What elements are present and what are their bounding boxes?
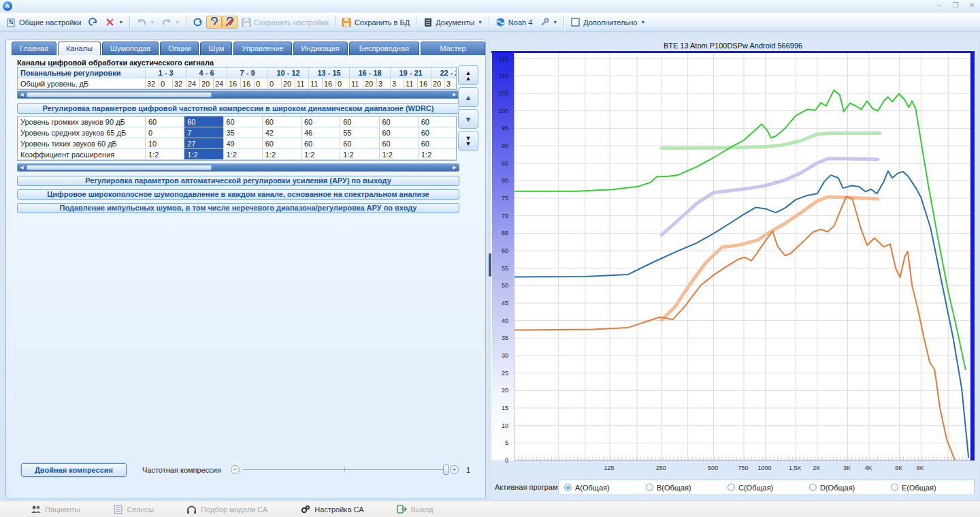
wdrc-value-cell[interactable]: 60	[340, 116, 379, 127]
wdrc-value-cell[interactable]: 60	[380, 116, 419, 127]
toolbar-button-19[interactable]: Дополнительно▼	[567, 16, 649, 29]
wdrc-value-cell[interactable]: 60	[301, 138, 340, 149]
wdrc-value-cell[interactable]: 1:2	[380, 149, 419, 160]
wdrc-value-cell[interactable]: 1:2	[184, 149, 223, 160]
wdrc-value-cell[interactable]: 1:2	[419, 149, 457, 160]
toolbar-button-12[interactable]: Сохранить в БД	[338, 16, 413, 29]
tab-шум[interactable]: Шум	[200, 42, 232, 55]
scroll-thumb[interactable]	[27, 165, 212, 170]
channel-value-cell[interactable]: 16	[227, 78, 241, 89]
channel-value-cell[interactable]: 20	[431, 78, 445, 89]
wdrc-value-cell[interactable]: 60	[263, 116, 301, 127]
nav-fitting-gears[interactable]: Настройка СА	[300, 504, 363, 514]
maximize-button[interactable]: ❐	[951, 1, 960, 9]
channel-group-header[interactable]: 1 - 3	[146, 67, 186, 78]
channel-group-header[interactable]: 4 - 6	[186, 67, 227, 78]
channel-group-header[interactable]: 13 - 15	[309, 67, 350, 78]
program-option-c[interactable]: C(Общая)	[722, 484, 804, 492]
wdrc-value-cell[interactable]: 60	[224, 116, 263, 127]
channel-value-cell[interactable]: 24	[214, 78, 227, 89]
wdrc-value-cell[interactable]: 60	[419, 127, 457, 138]
freq-compression-slider[interactable]	[243, 469, 447, 470]
channel-value-cell[interactable]: 11	[404, 78, 418, 89]
ear-muted-button[interactable]	[222, 16, 238, 29]
wdrc-value-cell[interactable]: 60	[301, 116, 340, 127]
tab-мастер-настройки[interactable]: Мастер настройки	[421, 42, 485, 55]
channel-value-cell[interactable]: 32	[173, 78, 186, 89]
nav-headphones[interactable]: Подбор модели СА	[186, 504, 267, 514]
wdrc-value-cell[interactable]: 55	[340, 127, 379, 138]
channel-value-cell[interactable]: 0	[159, 78, 173, 89]
wdrc-header-bar[interactable]: Регулировка параметров цифровой частотно…	[17, 103, 459, 114]
wdrc-value-cell[interactable]: 60	[419, 116, 457, 127]
toolbar-button-10[interactable]: Сохранить настройки	[238, 16, 332, 29]
wdrc-value-cell[interactable]: 7	[184, 127, 223, 138]
channel-value-cell[interactable]: 3	[377, 78, 391, 89]
tab-управление[interactable]: Управление	[233, 42, 291, 55]
channel-group-header[interactable]: 19 - 21	[391, 67, 431, 78]
slider-thumb[interactable]	[443, 465, 449, 475]
wdrc-value-cell[interactable]: 49	[224, 138, 263, 149]
channel-value-cell[interactable]: 16	[241, 78, 255, 89]
step-down-button[interactable]: ▼	[458, 109, 478, 129]
redo-button[interactable]: ▼	[158, 16, 183, 29]
tab-индикация[interactable]: Индикация	[293, 42, 348, 55]
channel-value-cell[interactable]: 11	[350, 78, 363, 89]
wdrc-value-cell[interactable]: 1:2	[340, 149, 379, 160]
channel-value-cell[interactable]: 3	[445, 78, 457, 89]
refresh-button[interactable]	[189, 16, 206, 29]
toolbar-button-16[interactable]: Noah 4	[492, 16, 536, 29]
tab-опции[interactable]: Опции	[160, 42, 199, 55]
channel-value-cell[interactable]: 32	[146, 78, 159, 89]
channel-group-header[interactable]: 10 - 12	[268, 67, 309, 78]
toolbar-button-14[interactable]: Документы▼	[419, 16, 486, 29]
wdrc-value-cell[interactable]: 60	[380, 127, 419, 138]
channel-value-cell[interactable]: 0	[255, 78, 268, 89]
slider-minus-icon[interactable]: −	[231, 465, 240, 474]
wdrc-value-cell[interactable]: 1:2	[146, 149, 184, 160]
tab-каналы[interactable]: Каналы	[58, 42, 101, 55]
wdrc-value-cell[interactable]: 0	[146, 127, 184, 138]
wdrc-value-cell[interactable]: 1:2	[301, 149, 340, 160]
channel-value-cell[interactable]: 16	[323, 78, 336, 89]
channel-value-cell[interactable]: 11	[309, 78, 323, 89]
wdrc-value-cell[interactable]: 60	[263, 138, 301, 149]
wdrc-value-cell[interactable]: 46	[301, 127, 340, 138]
scroll-left-icon[interactable]: ◀	[18, 91, 26, 98]
scroll-left-icon[interactable]: ◀	[18, 164, 26, 171]
radio-icon[interactable]	[809, 484, 817, 491]
toolbar-button-0[interactable]: Общие настройки	[3, 16, 84, 29]
wrench-button[interactable]: ▼	[536, 16, 561, 29]
program-option-a[interactable]: A(Общая)	[559, 484, 640, 492]
channel-value-cell[interactable]: 24	[186, 78, 200, 89]
wdrc-value-cell[interactable]: 35	[224, 127, 263, 138]
radio-icon[interactable]	[646, 484, 653, 491]
program-option-e[interactable]: E(Общая)	[885, 484, 967, 492]
wdrc-value-cell[interactable]: 10	[146, 138, 184, 149]
wdrc-value-cell[interactable]: 42	[263, 127, 301, 138]
cut-button[interactable]: ▼	[101, 16, 127, 29]
wdrc-hscrollbar[interactable]: ◀ ▶	[17, 163, 459, 172]
program-option-b[interactable]: B(Общая)	[640, 484, 722, 492]
channel-value-cell[interactable]: 0	[268, 78, 282, 89]
undo-button[interactable]: ▼	[133, 16, 158, 29]
wdrc-value-cell[interactable]: 60	[419, 138, 457, 149]
channel-value-cell[interactable]: 0	[336, 78, 350, 89]
channel-group-header[interactable]: 22 - 24	[431, 67, 457, 78]
radio-icon[interactable]	[891, 484, 898, 491]
connect-button[interactable]	[84, 16, 101, 29]
nav-exit[interactable]: Выход	[397, 504, 434, 514]
dsp-bar-button-0[interactable]: Регулировка параметров автоматической ре…	[17, 176, 459, 186]
step-down-fast-button[interactable]: ▼▼	[458, 131, 478, 151]
dsp-bar-button-1[interactable]: Цифровое широкополосное шумоподавление в…	[17, 189, 459, 200]
wdrc-value-cell[interactable]: 1:2	[263, 149, 301, 160]
wdrc-value-cell[interactable]: 27	[184, 138, 223, 149]
channel-value-cell[interactable]: 16	[418, 78, 431, 89]
wdrc-value-cell[interactable]: 1:2	[224, 149, 263, 160]
nav-sessions[interactable]: Сеансы	[113, 504, 154, 514]
step-up-fast-button[interactable]: ▲▲	[458, 65, 478, 85]
tab-беспроводная-связь[interactable]: Беспроводная связь	[349, 42, 419, 55]
wdrc-value-cell[interactable]: 60	[340, 138, 379, 149]
wdrc-value-cell[interactable]: 60	[146, 116, 184, 127]
tab-главная[interactable]: Главная	[12, 42, 56, 55]
